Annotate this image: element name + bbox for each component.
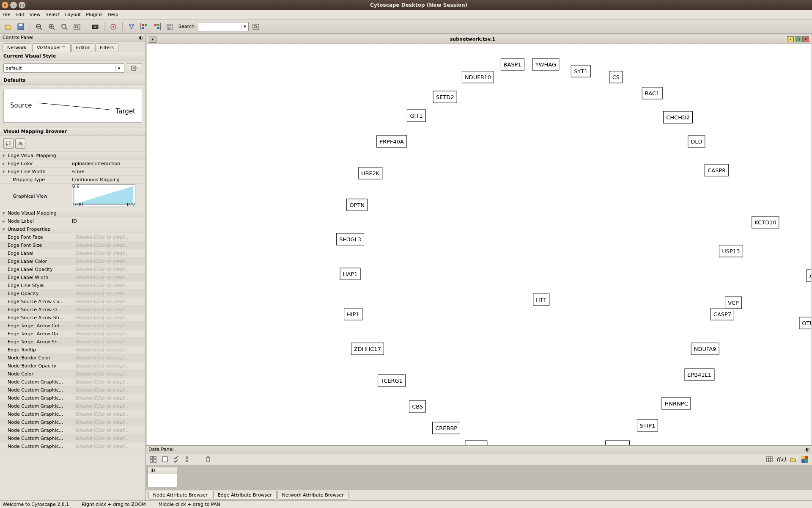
- vmb-unused-row[interactable]: Node Custom Graphic...Double-Click to cr…: [0, 434, 145, 442]
- frame-close-button[interactable]: ✕: [802, 36, 809, 42]
- dp-heatmap-button[interactable]: [800, 455, 809, 464]
- dp-select-attributes-button[interactable]: [148, 455, 158, 464]
- window-close-button[interactable]: ✕: [2, 2, 8, 8]
- vmb-unused-row[interactable]: Edge Target Arrow Op...Double-Click to c…: [0, 330, 145, 338]
- dp-delete-button[interactable]: [203, 455, 213, 464]
- zoom-out-button[interactable]: [33, 21, 44, 32]
- vmb-unused-row[interactable]: Edge Label WidthDouble-Click to creat...: [0, 273, 145, 282]
- network-node[interactable]: CBS: [409, 400, 426, 412]
- network-node[interactable]: SYT1: [571, 65, 590, 77]
- network-node-htt[interactable]: HTT: [533, 294, 549, 306]
- network-node[interactable]: CREBBP: [432, 422, 460, 434]
- menu-select[interactable]: Select: [46, 12, 60, 17]
- network-node[interactable]: CS: [609, 71, 623, 83]
- vmb-unused-row[interactable]: Node Custom Graphic...Double-Click to cr…: [0, 442, 145, 450]
- network-node[interactable]: NDUFA9: [691, 342, 719, 355]
- vmb-unused-row[interactable]: Node Border ColorDouble-Click to creat..…: [0, 354, 145, 362]
- dp-import-button[interactable]: [788, 455, 798, 464]
- new-network-button[interactable]: [126, 21, 137, 32]
- menu-view[interactable]: View: [30, 12, 41, 17]
- tab-filters[interactable]: Filters: [95, 43, 118, 52]
- dp-new-attribute-button[interactable]: [160, 455, 170, 464]
- align-left-button[interactable]: [139, 21, 150, 32]
- network-node[interactable]: CASP8: [705, 164, 728, 177]
- network-node[interactable]: PRPF40A: [376, 135, 407, 148]
- vmb-row-mapping-type[interactable]: Mapping TypeContinuous Mapping: [0, 176, 145, 184]
- network-node[interactable]: STIP1: [637, 419, 658, 431]
- frame-menu-button[interactable]: ▾: [149, 36, 156, 43]
- zoom-in-button[interactable]: [46, 21, 57, 32]
- menu-help[interactable]: Help: [108, 12, 118, 17]
- network-node[interactable]: BASP1: [501, 58, 524, 70]
- vmb-sort-button[interactable]: [3, 138, 14, 149]
- window-maximize-button[interactable]: ▢: [19, 2, 25, 8]
- tab-edge-attribute-browser[interactable]: Edge Attribute Browser: [213, 491, 277, 500]
- vmb-unused-row[interactable]: Edge Label OpacityDouble-Click to creat.…: [0, 265, 145, 273]
- column-header-id[interactable]: ID: [148, 467, 177, 474]
- network-node[interactable]: SH3GL3: [336, 233, 364, 246]
- birds-eye-button[interactable]: [108, 21, 119, 32]
- network-node-atxn3[interactable]: ATXN3: [807, 270, 811, 282]
- window-minimize-button[interactable]: –: [10, 2, 17, 8]
- network-node[interactable]: YWHAG: [532, 58, 559, 70]
- vmb-unused-row[interactable]: Edge Source Arrow O...Double-Click to cr…: [0, 306, 145, 314]
- visual-style-select[interactable]: default ▾: [3, 64, 124, 73]
- network-node[interactable]: USP13: [719, 245, 743, 257]
- save-button[interactable]: [15, 21, 26, 32]
- vmb-unused-row[interactable]: Node ColorDouble-Click to creat...: [0, 370, 145, 378]
- vmb-unused-row[interactable]: Edge LabelDouble-Click to creat...: [0, 249, 145, 257]
- network-node[interactable]: MDH1: [465, 441, 487, 445]
- frame-minimize-button[interactable]: –: [787, 36, 794, 42]
- network-node[interactable]: DLD: [688, 135, 705, 148]
- network-node[interactable]: UBE2K: [358, 167, 382, 179]
- vmb-header-edge[interactable]: ▾Edge Visual Mapping: [0, 152, 145, 160]
- vmb-row-graphical-view[interactable]: Graphical View 0.6 0.00 0.55: [0, 184, 145, 209]
- network-node[interactable]: OPTN: [347, 199, 368, 211]
- open-button[interactable]: [3, 21, 14, 32]
- vmb-unused-row[interactable]: Edge Source Arrow Sh...Double-Click to c…: [0, 314, 145, 322]
- visual-style-options-button[interactable]: [127, 63, 142, 73]
- network-node[interactable]: OTUB2: [799, 317, 811, 329]
- network-canvas[interactable]: BASP1YWHAGSYT1NDUFB10CSSETD2RAC1GIT1CHCH…: [147, 44, 811, 445]
- panel-menu-icon[interactable]: ◐: [805, 447, 809, 452]
- tab-network-attribute-browser[interactable]: Network Attribute Browser: [277, 491, 348, 500]
- vmb-unused-row[interactable]: Node Custom Graphic...Double-Click to cr…: [0, 426, 145, 434]
- data-table[interactable]: ID: [148, 467, 177, 487]
- search-config-button[interactable]: [250, 21, 261, 32]
- network-node[interactable]: ACADL: [606, 441, 630, 445]
- menu-edit[interactable]: Edit: [15, 12, 24, 17]
- network-node[interactable]: HIP1: [344, 308, 362, 320]
- vmb-unused-row[interactable]: Node Custom Graphic...Double-Click to cr…: [0, 378, 145, 386]
- vmb-unused-row[interactable]: Edge TooltipDouble-Click to creat...: [0, 346, 145, 354]
- chevron-down-icon[interactable]: ▾: [115, 66, 122, 71]
- panel-menu-icon[interactable]: ◐: [139, 35, 143, 40]
- vmb-unused-row[interactable]: Edge Target Arrow Sh...Double-Click to c…: [0, 338, 145, 346]
- chevron-down-icon[interactable]: ▾: [241, 24, 248, 29]
- vmb-unused-row[interactable]: Edge Font SizeDouble-Click to creat...: [0, 241, 145, 249]
- vmb-unused-row[interactable]: Edge OpacityDouble-Click to creat...: [0, 290, 145, 298]
- vmb-header-unused[interactable]: ▾Unused Properties: [0, 225, 145, 233]
- menu-plugins[interactable]: Plugins: [86, 12, 102, 17]
- vmb-unused-row[interactable]: Node Border OpacityDouble-Click to creat…: [0, 362, 145, 370]
- vmb-unused-row[interactable]: Edge Target Arrow Col...Double-Click to …: [0, 322, 145, 330]
- vmb-row-edge-color[interactable]: ▸Edge Coloruploaded interaction: [0, 160, 145, 168]
- network-node[interactable]: GIT1: [407, 110, 425, 122]
- network-node[interactable]: CHCHD2: [663, 111, 693, 124]
- tab-node-attribute-browser[interactable]: Node Attribute Browser: [148, 491, 212, 500]
- vmb-unused-row[interactable]: Node Custom Graphic...Double-Click to cr…: [0, 402, 145, 410]
- network-node[interactable]: CASP7: [710, 308, 734, 320]
- vmb-row-edge-line-width[interactable]: ▾Edge Line Widthscore: [0, 168, 145, 176]
- vmb-row-node-label[interactable]: ▸Node LabelID: [0, 217, 145, 225]
- network-node[interactable]: RAC1: [642, 87, 663, 99]
- network-node[interactable]: TCERG1: [378, 374, 406, 387]
- dp-unselect-all-button[interactable]: [184, 455, 193, 464]
- vmb-unused-row[interactable]: Edge Label ColorDouble-Click to creat...: [0, 257, 145, 265]
- screenshot-button[interactable]: [90, 21, 101, 32]
- tab-network[interactable]: Network: [3, 43, 31, 52]
- network-node[interactable]: NDUFB10: [462, 71, 494, 83]
- menu-layout[interactable]: Layout: [65, 12, 81, 17]
- vmb-unused-row[interactable]: Node Custom Graphic...Double-Click to cr…: [0, 386, 145, 394]
- dp-spreadsheet-button[interactable]: [765, 455, 774, 464]
- zoom-fit-selected-button[interactable]: [59, 21, 70, 32]
- network-node[interactable]: HNRNPC: [662, 398, 691, 410]
